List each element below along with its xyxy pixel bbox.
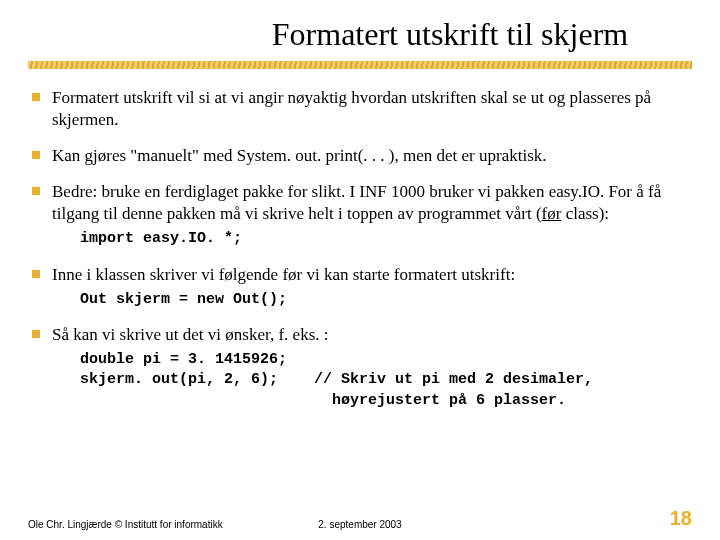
bullet-text: Kan gjøres "manuelt" med System. out. pr… [52,146,547,165]
list-item: Kan gjøres "manuelt" med System. out. pr… [30,145,686,167]
code-block: import easy.IO. *; [80,229,686,249]
page-title: Formatert utskrift til skjerm [28,16,692,53]
footer-page-number: 18 [471,507,692,530]
bullet-text: Inne i klassen skriver vi følgende før v… [52,265,515,284]
list-item: Formatert utskrift vil si at vi angir nø… [30,87,686,131]
code-block: Out skjerm = new Out(); [80,290,686,310]
bullet-text: Så kan vi skrive ut det vi ønsker, f. ek… [52,325,328,344]
list-item: Så kan vi skrive ut det vi ønsker, f. ek… [30,324,686,411]
list-item: Bedre: bruke en ferdiglaget pakke for sl… [30,181,686,249]
bullet-text: Formatert utskrift vil si at vi angir nø… [52,88,651,129]
code-block: double pi = 3. 1415926; skjerm. out(pi, … [80,350,686,411]
footer: Ole Chr. Lingjærde © Institutt for infor… [0,507,720,530]
bullet-list: Formatert utskrift vil si at vi angir nø… [28,87,692,411]
slide: Formatert utskrift til skjerm Formatert … [0,0,720,540]
footer-author: Ole Chr. Lingjærde © Institutt for infor… [28,519,249,530]
bullet-text: Bedre: bruke en ferdiglaget pakke for sl… [52,182,661,223]
underlined-word: før [542,204,562,223]
title-underline [28,61,692,69]
list-item: Inne i klassen skriver vi følgende før v… [30,264,686,310]
footer-date: 2. september 2003 [249,519,470,530]
